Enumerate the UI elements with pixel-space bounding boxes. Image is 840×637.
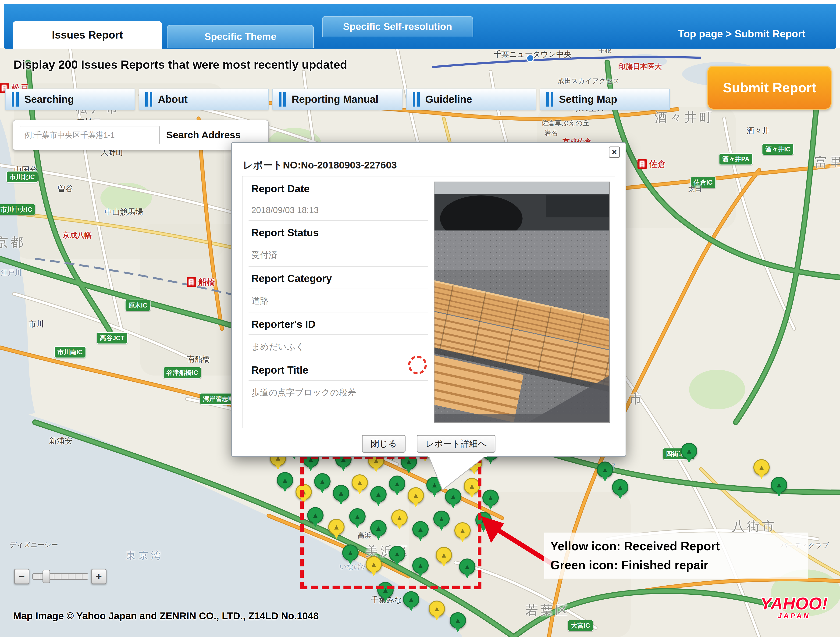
map-label: 印旛日本医大: [618, 62, 662, 71]
report-popup: × レポートNO:No-20180903-227603 Report Date …: [231, 142, 626, 457]
menu-item-label: Guideline: [425, 93, 472, 105]
map-pin-finished[interactable]: ▲: [681, 443, 697, 459]
popup-callout-tail: [428, 455, 489, 490]
pin-glyph-icon: ▲: [281, 476, 289, 485]
pin-glyph-icon: ▲: [758, 463, 765, 472]
pin-glyph-icon: ▲: [454, 616, 461, 625]
pin-glyph-icon: ▲: [775, 481, 783, 489]
field-value: 2018/09/03 18:13: [248, 199, 428, 221]
map-label: 千葉ニュータウン中央: [494, 49, 572, 60]
menu-item-label: About: [158, 93, 188, 105]
menu-item-label: Setting Map: [559, 93, 617, 105]
legend-line-received: Yellow icon: Received Report: [550, 537, 802, 556]
popup-detail-button[interactable]: レポート詳細へ: [417, 435, 495, 453]
map-label: 佐倉: [638, 158, 666, 170]
map-legend: Yellow icon: Received Report Green icon:…: [544, 533, 808, 579]
map-label: 酒々井PA: [719, 153, 753, 165]
map-pin-finished[interactable]: ▲: [597, 462, 613, 478]
map-pin-received[interactable]: ▲: [429, 601, 445, 617]
menu-stripes-icon: [546, 92, 553, 107]
yahoo-logo-text: YAHOO!: [760, 594, 828, 613]
map-attribution: Map Image © Yahoo Japan and ZENRIN CO., …: [13, 610, 319, 621]
map-label: 成田スカイアクセス: [557, 76, 620, 86]
map-label: 若葉区: [525, 602, 570, 619]
field-label: Report Date: [248, 177, 428, 199]
zoom-in-button[interactable]: +: [91, 569, 106, 584]
selected-location-crosshair-icon: [408, 356, 427, 375]
map-label: 酒々井: [747, 125, 770, 136]
map-label: 市川中央IC: [0, 204, 35, 215]
zoom-out-button[interactable]: −: [14, 569, 30, 584]
map-label: 八街市: [732, 518, 777, 535]
tab-specific-theme[interactable]: Specific Theme: [167, 25, 314, 47]
search-address-input[interactable]: [20, 126, 160, 144]
map-label: 京都: [0, 234, 25, 251]
menu-item-reporting-manual[interactable]: Reporting Manual: [272, 89, 402, 110]
popup-report-no: レポートNO:No-20180903-227603: [243, 159, 615, 172]
top-navigation-bar: Issues Report Specific Theme Specific Se…: [4, 4, 836, 49]
pin-glyph-icon: ▲: [433, 604, 441, 613]
field-value: 道路: [248, 289, 428, 313]
map-label: 東京湾: [126, 549, 164, 562]
popup-body: Report Date 2018/09/03 18:13 Report Stat…: [242, 176, 615, 428]
tab-issues-report[interactable]: Issues Report: [13, 21, 162, 49]
tab-specific-self-resolution[interactable]: Specific Self-resolution: [322, 16, 473, 37]
menu-stripes-icon: [279, 92, 286, 107]
map-label: ディズニーシー: [10, 540, 58, 550]
map-label: 曽谷: [58, 183, 73, 194]
map-label: 新浦安: [49, 436, 73, 446]
field-label: Report Status: [248, 221, 428, 243]
yahoo-japan-logo[interactable]: YAHOO! JAPAN: [760, 594, 828, 620]
submit-report-button[interactable]: Submit Report: [707, 66, 832, 110]
zoom-slider-handle[interactable]: [43, 570, 50, 583]
menu-item-label: Reporting Manual: [292, 93, 379, 105]
report-photo: [434, 182, 609, 423]
map-label: 中根: [598, 48, 612, 55]
map-pin-finished[interactable]: ▲: [277, 472, 293, 488]
map-label: 中山競馬場: [105, 207, 143, 217]
menu-stripes-icon: [145, 92, 152, 107]
map-pin-finished[interactable]: ▲: [403, 591, 419, 607]
map-label: 谷津船橋IC: [163, 367, 201, 379]
map-canvas[interactable]: 千葉ニュータウン中央中根印旛日本医大成田スカイアクセス松戸松飛台松戸市東松戸大野…: [0, 48, 840, 637]
map-label: 富里: [815, 154, 840, 171]
menu-item-guideline[interactable]: Guideline: [406, 89, 536, 110]
page: 千葉ニュータウン中央中根印旛日本医大成田スカイアクセス松戸松飛台松戸市東松戸大野…: [0, 0, 840, 637]
pin-glyph-icon: ▲: [407, 595, 415, 604]
menu-item-searching[interactable]: Searching: [5, 89, 135, 110]
map-label: 市川: [28, 319, 44, 329]
menu-stripes-icon: [413, 92, 420, 107]
map-pin-finished[interactable]: ▲: [771, 477, 787, 493]
map-label: 佐倉草ぶえの丘: [541, 119, 589, 128]
map-pin-received[interactable]: ▲: [753, 459, 770, 476]
popup-close-button[interactable]: 閉じる: [362, 435, 406, 453]
map-label: 原木IC: [125, 300, 151, 311]
field-value: 受付済: [248, 243, 428, 267]
breadcrumb[interactable]: Top page > Submit Report: [678, 28, 805, 40]
zoom-slider-track[interactable]: [32, 573, 88, 580]
map-label: 船橋: [186, 277, 215, 288]
search-address-button[interactable]: Search Address: [166, 130, 241, 141]
map-pin-finished[interactable]: ▲: [450, 612, 466, 629]
page-subtitle: Display 200 Issues Reports that were mos…: [14, 58, 347, 71]
popup-close-icon[interactable]: ×: [609, 147, 620, 158]
menu-bar: Searching About Reporting Manual Guideli…: [5, 89, 670, 110]
report-photo-art: [434, 182, 609, 422]
map-pin-finished[interactable]: ▲: [482, 490, 499, 506]
map-pin-finished[interactable]: ▲: [612, 479, 628, 495]
popup-fields: Report Date 2018/09/03 18:13 Report Stat…: [243, 176, 434, 428]
menu-item-setting-map[interactable]: Setting Map: [540, 89, 670, 110]
map-label: 京成八幡: [63, 231, 92, 240]
map-label: 高谷JCT: [96, 332, 128, 344]
field-label: Report Title: [248, 358, 428, 381]
map-label: 酒々井町: [655, 109, 714, 126]
address-search-box: Search Address: [13, 120, 268, 150]
field-label: Report Category: [248, 267, 428, 289]
pin-glyph-icon: ▲: [601, 465, 609, 474]
menu-item-about[interactable]: About: [139, 89, 268, 110]
map-label: 江戸川: [1, 268, 22, 278]
field-label: Reporter's ID: [248, 313, 428, 335]
menu-stripes-icon: [12, 92, 19, 107]
map-label: 大宮IC: [568, 620, 593, 631]
map-label: 市川北IC: [6, 171, 38, 183]
